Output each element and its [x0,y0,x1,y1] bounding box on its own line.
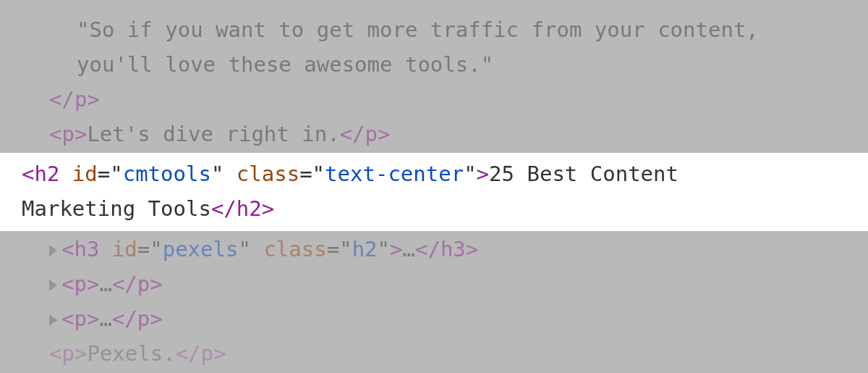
tag-bracket: > [378,122,390,146]
attr-value: cmtools [123,162,211,186]
tag-name: h3 [441,237,466,261]
text-node: Pexels. [87,341,175,366]
tag-bracket: > [87,87,99,112]
text-node: 25 Best Content [489,162,691,186]
tag-bracket: > [390,237,402,261]
tag-bracket: </ [49,87,75,112]
tag-bracket: </ [211,196,237,221]
tag-name: h2 [237,196,262,221]
tag-bracket: < [61,306,74,331]
attr-name: id [112,237,137,261]
tag-bracket: </ [415,237,441,261]
tag-bracket: > [477,162,489,186]
tag-bracket: > [87,272,99,296]
tag-bracket: > [262,196,274,221]
attr-name: id [72,162,98,186]
ellipsis: … [99,306,111,331]
code-line-p-pexels[interactable]: <p>Pexels.</p> [0,337,868,372]
tag-bracket: </ [176,341,201,366]
code-line-p-collapsed[interactable]: <p>…</p> [0,267,868,302]
code-line-h2-highlighted[interactable]: <h2 id="cmtools" class="text-center">25 … [0,153,868,231]
tag-bracket: < [61,272,74,296]
tag-name: p [137,272,150,296]
tag-bracket: </ [340,122,365,146]
tag-name: p [74,272,86,296]
ellipsis: … [99,272,111,296]
tag-bracket: > [75,341,87,366]
punct: =" [299,162,325,186]
tag-name: p [137,306,150,331]
tag-bracket: > [150,272,162,296]
code-line-close-p[interactable]: </p> [0,83,868,117]
code-inspector: "So if you want to get more traffic from… [0,0,868,371]
code-line-text: "So if you want to get more traffic from… [0,13,868,48]
tag-bracket: </ [112,306,137,331]
tag-bracket: < [61,237,74,261]
attr-name: class [237,162,299,186]
text-node: "So if you want to get more traffic from… [77,17,771,42]
tag-bracket: > [213,341,226,366]
punct: =" [327,237,352,261]
tag-name: h2 [34,162,72,186]
tag-bracket: </ [112,272,137,296]
code-line-h3[interactable]: <h3 id="pexels" class="h2">…</h3> [0,232,868,267]
tag-bracket: > [75,122,87,146]
punct: " [211,162,237,186]
punct: =" [137,237,163,261]
punct: =" [98,162,123,186]
expand-triangle-icon[interactable] [49,314,57,326]
tag-name: h3 [74,237,111,261]
text-node: Let's dive right in. [87,122,339,146]
tag-bracket: < [22,162,34,186]
tag-bracket: > [150,306,162,331]
expand-triangle-icon[interactable] [49,245,57,256]
attr-value: pexels [163,237,239,261]
tag-bracket: < [49,122,61,146]
tag-name: p [74,306,86,331]
ellipsis: … [402,237,414,261]
text-node: you'll love these awesome tools." [77,52,493,77]
tag-name: p [61,341,74,366]
tag-bracket: > [466,237,478,261]
tag-name: p [201,341,213,366]
tag-name: p [61,122,74,146]
text-node: Marketing Tools [22,196,211,221]
tag-name: p [75,87,87,112]
punct: " [464,162,476,186]
attr-value: text-center [325,162,464,186]
tag-name: p [365,122,378,146]
code-line-p-collapsed[interactable]: <p>…</p> [0,302,868,337]
tag-bracket: > [87,306,99,331]
code-line-text: you'll love these awesome tools." [0,48,868,83]
tag-bracket: < [49,341,61,366]
punct: " [378,237,390,261]
punct: " [238,237,263,261]
attr-name: class [263,237,326,261]
code-line-p-dive[interactable]: <p>Let's dive right in.</p> [0,117,868,152]
attr-value: h2 [352,237,378,261]
expand-triangle-icon[interactable] [49,280,57,291]
